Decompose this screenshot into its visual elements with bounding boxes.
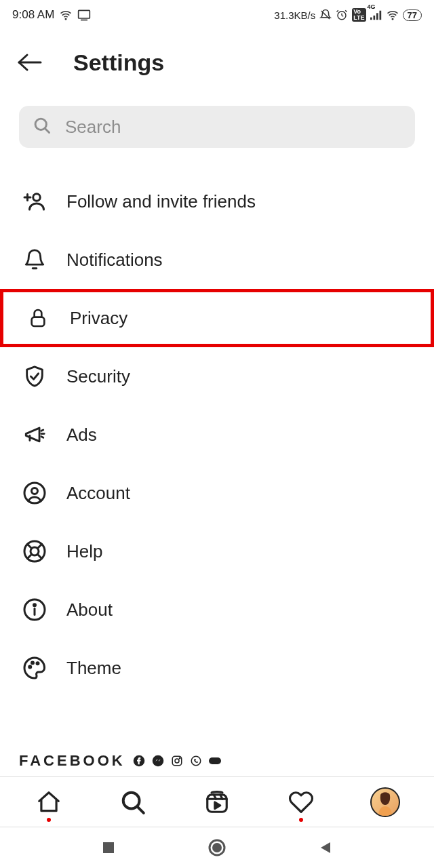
svg-line-6	[342, 16, 343, 17]
svg-rect-50	[103, 842, 114, 853]
sys-back[interactable]	[315, 837, 336, 858]
svg-point-25	[32, 488, 38, 494]
svg-point-36	[32, 662, 34, 664]
wifi-icon	[60, 9, 72, 21]
svg-line-23	[41, 437, 43, 437]
search-input[interactable]	[65, 117, 401, 138]
menu-item-theme[interactable]: Theme	[0, 639, 434, 697]
svg-marker-53	[321, 842, 330, 853]
status-data-rate: 31.3KB/s	[274, 9, 315, 21]
svg-point-0	[66, 18, 67, 20]
nav-reels[interactable]	[201, 787, 233, 818]
page-title: Settings	[73, 50, 164, 76]
facebook-icon	[132, 754, 146, 768]
menu-label: Privacy	[70, 308, 127, 329]
cast-icon	[77, 9, 91, 21]
status-time: 9:08 AM	[12, 8, 54, 22]
menu-label: Ads	[66, 425, 97, 446]
settings-menu: Follow and invite friends Notifications …	[0, 148, 434, 752]
wifi-icon-2	[387, 9, 399, 21]
menu-item-privacy[interactable]: Privacy	[0, 289, 434, 347]
alarm-icon	[336, 9, 348, 21]
svg-line-21	[41, 430, 43, 431]
menu-label: Security	[66, 366, 130, 387]
svg-rect-1	[79, 10, 90, 18]
svg-point-41	[175, 759, 179, 763]
svg-point-37	[37, 663, 39, 665]
svg-line-31	[28, 555, 32, 559]
svg-line-30	[38, 555, 42, 559]
svg-line-7	[337, 10, 338, 12]
bell-icon	[20, 245, 49, 274]
status-bar: 9:08 AM 31.3KB/s VoLTE 4G 77	[0, 0, 434, 30]
svg-line-28	[28, 545, 32, 549]
oculus-icon	[208, 754, 222, 768]
nav-profile[interactable]	[370, 787, 401, 818]
app-bottom-nav	[0, 776, 434, 827]
avatar	[370, 787, 400, 817]
menu-label: Follow and invite friends	[66, 191, 256, 212]
megaphone-icon	[20, 420, 49, 449]
search-icon	[33, 116, 52, 138]
svg-point-34	[34, 604, 36, 606]
svg-line-8	[345, 10, 347, 12]
whatsapp-icon	[189, 754, 203, 768]
svg-point-13	[392, 18, 393, 20]
svg-rect-20	[32, 317, 45, 326]
svg-line-16	[45, 129, 50, 133]
lock-icon	[24, 304, 52, 332]
svg-rect-12	[379, 11, 381, 20]
menu-label: Notifications	[66, 250, 163, 271]
system-nav	[0, 827, 434, 868]
palette-icon	[20, 654, 49, 682]
back-button[interactable]	[16, 49, 43, 76]
svg-line-46	[137, 806, 144, 813]
svg-point-35	[29, 666, 31, 668]
svg-point-43	[191, 756, 201, 766]
menu-item-security[interactable]: Security	[0, 347, 434, 406]
menu-item-account[interactable]: Account	[0, 464, 434, 522]
svg-line-29	[38, 545, 42, 549]
app-header: Settings	[0, 30, 434, 90]
instagram-icon	[170, 754, 184, 768]
nav-activity[interactable]	[285, 787, 317, 818]
volte-icon: VoLTE	[352, 8, 366, 22]
menu-item-follow[interactable]: Follow and invite friends	[0, 172, 434, 231]
menu-item-about[interactable]: About	[0, 580, 434, 639]
signal-icon: 4G	[370, 9, 382, 20]
shield-icon	[20, 362, 49, 391]
menu-item-ads[interactable]: Ads	[0, 406, 434, 464]
search-box[interactable]	[19, 106, 415, 148]
menu-label: Account	[66, 483, 130, 504]
svg-point-52	[212, 843, 222, 852]
svg-point-17	[33, 194, 41, 201]
user-circle-icon	[20, 479, 49, 507]
nav-search[interactable]	[117, 787, 149, 818]
brand-label: FACEBOOK	[19, 752, 125, 770]
lifebuoy-icon	[20, 537, 49, 566]
menu-label: Theme	[66, 658, 121, 679]
menu-label: Help	[66, 541, 102, 562]
svg-rect-9	[370, 18, 372, 20]
svg-point-42	[179, 757, 180, 759]
svg-rect-11	[376, 13, 378, 20]
notification-mute-icon	[319, 9, 332, 21]
footer-brand: FACEBOOK	[0, 752, 434, 776]
info-icon	[20, 595, 49, 624]
svg-point-39	[152, 755, 163, 767]
svg-rect-10	[373, 16, 375, 20]
menu-label: About	[66, 599, 113, 620]
battery-indicator: 77	[403, 9, 422, 21]
svg-marker-48	[215, 802, 220, 809]
person-add-icon	[20, 187, 49, 216]
svg-rect-44	[209, 757, 221, 764]
messenger-icon	[151, 754, 165, 768]
menu-item-help[interactable]: Help	[0, 522, 434, 580]
sys-home[interactable]	[207, 837, 227, 858]
menu-item-notifications[interactable]: Notifications	[0, 231, 434, 289]
sys-recents[interactable]	[98, 837, 119, 858]
nav-home[interactable]	[33, 787, 64, 818]
